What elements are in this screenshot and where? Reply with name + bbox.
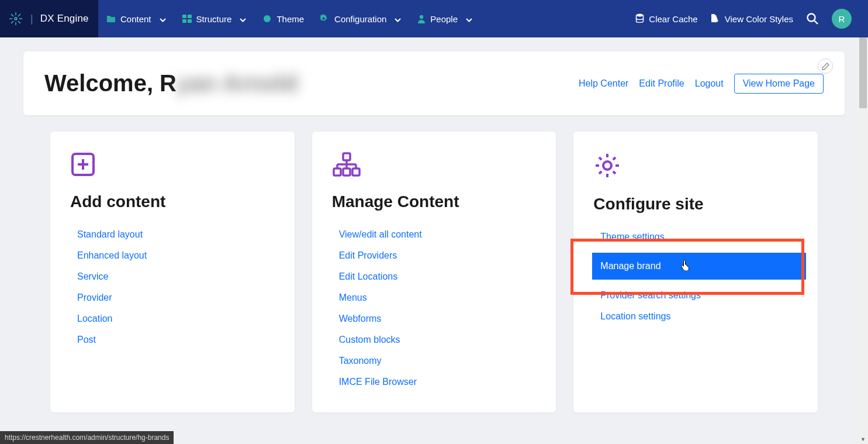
list-item: Standard layout bbox=[77, 224, 275, 245]
brand-separator: | bbox=[30, 13, 33, 25]
link-location[interactable]: Location bbox=[77, 314, 113, 323]
svg-line-5 bbox=[11, 14, 13, 16]
scroll-down-arrow[interactable]: ▼ bbox=[858, 434, 868, 444]
svg-point-15 bbox=[637, 13, 644, 16]
welcome-heading: Welcome, Ryan Arnold bbox=[44, 70, 298, 97]
svg-point-0 bbox=[15, 18, 17, 20]
list-item: Theme settings bbox=[600, 226, 798, 247]
action-label: View Color Styles bbox=[725, 14, 793, 24]
link-location-settings[interactable]: Location settings bbox=[600, 311, 670, 321]
cursor-hand-icon bbox=[681, 259, 690, 273]
link-service[interactable]: Service bbox=[77, 271, 108, 281]
chevron-down-icon bbox=[160, 14, 166, 24]
clear-cache-button[interactable]: Clear Cache bbox=[635, 13, 697, 25]
folder-icon bbox=[106, 15, 116, 23]
welcome-name-blurred: yan Arnold bbox=[177, 70, 298, 96]
card-title: Add content bbox=[70, 192, 275, 211]
action-label: Clear Cache bbox=[649, 14, 697, 24]
person-icon bbox=[417, 15, 426, 23]
blocks-icon bbox=[182, 15, 192, 23]
list-item: Taxonomy bbox=[339, 350, 537, 371]
list-item: Webforms bbox=[339, 308, 537, 329]
nav-label: People bbox=[430, 14, 458, 24]
svg-line-19 bbox=[815, 21, 818, 25]
list-item: View/edit all content bbox=[339, 224, 537, 245]
svg-rect-12 bbox=[188, 19, 192, 23]
nav-label: Configuration bbox=[334, 14, 386, 24]
card-title: Manage Content bbox=[332, 192, 537, 211]
brand-logo-icon bbox=[8, 11, 23, 26]
scrollbar-track[interactable]: ▲ ▼ bbox=[858, 0, 868, 444]
swatch-icon bbox=[711, 13, 720, 25]
link-provider-search-settings[interactable]: Provider search settings bbox=[600, 290, 701, 300]
status-url: https://crestnerhealth.com/admin/structu… bbox=[5, 433, 169, 442]
link-webforms[interactable]: Webforms bbox=[339, 314, 382, 323]
link-custom-blocks[interactable]: Custom blocks bbox=[339, 335, 400, 345]
link-imce[interactable]: IMCE File Browser bbox=[339, 377, 417, 387]
search-button[interactable] bbox=[806, 12, 819, 25]
brand-name: DX Engine bbox=[40, 13, 89, 25]
hero-links: Help Center Edit Profile Logout View Hom… bbox=[579, 74, 824, 94]
svg-rect-9 bbox=[182, 15, 186, 18]
help-center-link[interactable]: Help Center bbox=[579, 78, 628, 89]
svg-line-6 bbox=[18, 21, 20, 23]
browser-status-bar: https://crestnerhealth.com/admin/structu… bbox=[0, 431, 174, 444]
link-provider[interactable]: Provider bbox=[77, 292, 112, 302]
nav-label: Structure bbox=[196, 14, 232, 24]
svg-rect-24 bbox=[334, 168, 341, 175]
dashboard-cards: Add content Standard layout Enhanced lay… bbox=[0, 132, 868, 412]
list-item: Menus bbox=[339, 287, 537, 308]
nav-people[interactable]: People bbox=[409, 0, 480, 37]
link-edit-providers[interactable]: Edit Providers bbox=[339, 250, 397, 260]
configure-site-card: Configure site Theme settings Manage bra… bbox=[573, 132, 818, 412]
link-enhanced-layout[interactable]: Enhanced layout bbox=[77, 250, 147, 260]
configure-site-links: Theme settings Manage brand Provider sea… bbox=[593, 226, 798, 327]
logout-link[interactable]: Logout bbox=[695, 78, 724, 89]
nav-label: Content bbox=[120, 14, 151, 24]
list-item: Post bbox=[77, 329, 275, 350]
gear-large-icon bbox=[593, 152, 798, 182]
edit-pencil-button[interactable] bbox=[818, 58, 833, 74]
link-theme-settings[interactable]: Theme settings bbox=[600, 232, 664, 242]
svg-point-18 bbox=[808, 14, 815, 22]
nav-structure[interactable]: Structure bbox=[174, 0, 255, 37]
link-menus[interactable]: Menus bbox=[339, 292, 367, 302]
list-item: Location settings bbox=[600, 306, 798, 327]
add-content-card: Add content Standard layout Enhanced lay… bbox=[50, 132, 295, 412]
user-avatar[interactable]: R bbox=[832, 9, 852, 29]
link-standard-layout[interactable]: Standard layout bbox=[77, 229, 143, 239]
link-manage-brand-label: Manage brand bbox=[600, 261, 660, 271]
card-title: Configure site bbox=[593, 195, 798, 214]
topbar: | DX Engine Content Structure Theme Conf… bbox=[0, 0, 868, 37]
list-item: IMCE File Browser bbox=[339, 371, 537, 393]
brand-block[interactable]: | DX Engine bbox=[0, 0, 98, 37]
list-item: Provider search settings bbox=[600, 285, 798, 306]
edit-profile-link[interactable]: Edit Profile bbox=[639, 78, 684, 89]
view-home-page-button[interactable]: View Home Page bbox=[734, 74, 824, 94]
view-color-styles-button[interactable]: View Color Styles bbox=[711, 13, 793, 25]
nav-configuration[interactable]: Configuration bbox=[312, 0, 409, 37]
svg-rect-25 bbox=[343, 168, 350, 175]
link-edit-locations[interactable]: Edit Locations bbox=[339, 271, 398, 281]
svg-point-32 bbox=[603, 161, 611, 170]
manage-content-links: View/edit all content Edit Providers Edi… bbox=[332, 224, 537, 393]
nav-theme[interactable]: Theme bbox=[254, 0, 312, 37]
link-manage-brand-highlighted[interactable]: Manage brand bbox=[592, 253, 806, 280]
welcome-prefix: Welcome, R bbox=[44, 70, 177, 96]
svg-point-13 bbox=[264, 15, 271, 22]
gear-icon bbox=[320, 14, 330, 23]
link-post[interactable]: Post bbox=[77, 335, 96, 345]
svg-line-8 bbox=[11, 21, 13, 23]
svg-rect-10 bbox=[188, 15, 192, 18]
palette-icon bbox=[262, 15, 272, 23]
link-view-edit-all[interactable]: View/edit all content bbox=[339, 229, 422, 239]
chevron-down-icon bbox=[240, 14, 246, 24]
link-taxonomy[interactable]: Taxonomy bbox=[339, 356, 382, 366]
nav-content[interactable]: Content bbox=[98, 0, 174, 37]
list-item: Service bbox=[77, 266, 275, 287]
plus-square-icon bbox=[70, 152, 275, 180]
list-item: Custom blocks bbox=[339, 329, 537, 350]
main-nav: Content Structure Theme Configuration Pe… bbox=[98, 0, 480, 37]
svg-line-7 bbox=[18, 14, 20, 16]
svg-rect-23 bbox=[343, 153, 350, 160]
